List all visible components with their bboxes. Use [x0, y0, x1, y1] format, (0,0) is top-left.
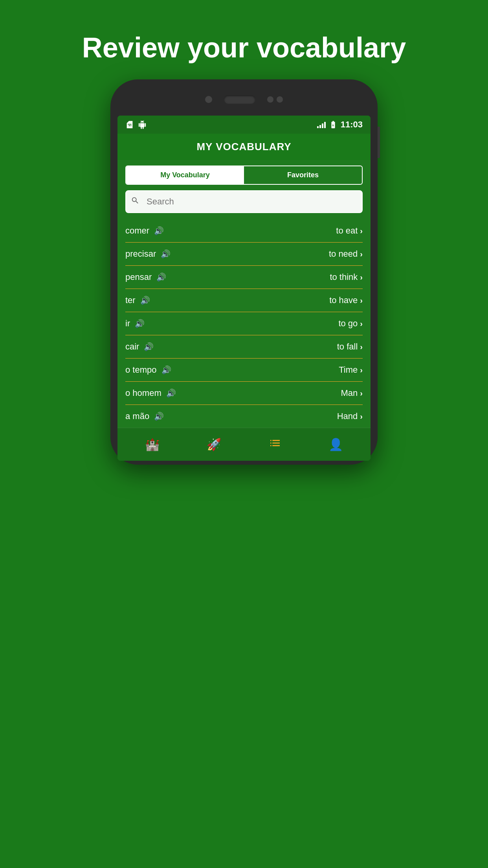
vocab-translation-6: Time [339, 365, 358, 375]
vocab-translation-3: to have [329, 295, 358, 305]
chevron-icon-0: › [360, 226, 363, 235]
vocab-item-5[interactable]: cair 🔊 to fall › [125, 335, 363, 359]
page-title: Review your vocabulary [59, 31, 429, 64]
sound-icon-6[interactable]: 🔊 [161, 365, 171, 375]
vocab-word-7: o homem [125, 388, 161, 398]
vocab-word-4: ir [125, 318, 130, 329]
sound-icon-4[interactable]: 🔊 [135, 319, 145, 328]
phone-screen: 11:03 MY VOCABULARY My Vocabulary Favori… [117, 116, 371, 461]
phone-shell: 11:03 MY VOCABULARY My Vocabulary Favori… [110, 79, 378, 465]
vocab-item-0[interactable]: comer 🔊 to eat › [125, 219, 363, 243]
chevron-icon-2: › [360, 273, 363, 282]
vocab-item-6[interactable]: o tempo 🔊 Time › [125, 359, 363, 382]
chevron-icon-3: › [360, 296, 363, 305]
vocab-right-3: to have › [329, 295, 363, 305]
vocab-right-7: Man › [341, 388, 363, 398]
vocab-translation-1: to need [329, 249, 358, 259]
app-header: MY VOCABULARY [117, 134, 371, 160]
vocab-item-2[interactable]: pensar 🔊 to think › [125, 266, 363, 289]
sound-icon-1[interactable]: 🔊 [161, 249, 171, 259]
battery-icon [329, 120, 338, 129]
list-icon [269, 437, 281, 452]
phone-sensors [267, 96, 283, 103]
vocab-item-8[interactable]: a mão 🔊 Hand › [125, 405, 363, 428]
bottom-nav: 🏰 🚀 👤 [117, 428, 371, 461]
sound-icon-0[interactable]: 🔊 [154, 226, 164, 235]
vocab-left-3: ter 🔊 [125, 295, 150, 305]
vocab-left-7: o homem 🔊 [125, 388, 176, 398]
chevron-icon-4: › [360, 319, 363, 328]
search-input[interactable] [125, 190, 363, 213]
vocab-item-4[interactable]: ir 🔊 to go › [125, 312, 363, 335]
vocab-word-2: pensar [125, 272, 152, 282]
vocab-word-6: o tempo [125, 365, 157, 375]
vocabulary-list: comer 🔊 to eat › precisar 🔊 to need › [117, 219, 371, 428]
sim-card-icon [125, 120, 134, 129]
vocab-word-1: precisar [125, 249, 156, 259]
vocab-left-1: precisar 🔊 [125, 249, 171, 259]
vocab-right-4: to go › [338, 318, 363, 329]
vocab-left-6: o tempo 🔊 [125, 365, 171, 375]
chevron-icon-8: › [360, 412, 363, 421]
vocab-translation-7: Man [341, 388, 358, 398]
vocab-translation-0: to eat [336, 226, 358, 236]
vocab-translation-2: to think [330, 272, 358, 282]
sound-icon-5[interactable]: 🔊 [144, 342, 154, 351]
home-castle-icon: 🏰 [145, 438, 160, 451]
vocab-translation-8: Hand [337, 411, 358, 421]
vocab-right-5: to fall › [337, 342, 363, 352]
search-icon [131, 196, 139, 207]
chevron-icon-5: › [360, 342, 363, 351]
nav-item-profile[interactable]: 👤 [321, 435, 351, 454]
tabs-container: My Vocabulary Favorites [125, 166, 363, 185]
vocab-right-0: to eat › [336, 226, 363, 236]
signal-icon [317, 121, 326, 128]
vocab-left-4: ir 🔊 [125, 318, 145, 329]
front-camera [205, 96, 212, 103]
vocab-word-5: cair [125, 342, 139, 352]
tab-favorites[interactable]: Favorites [244, 166, 362, 184]
vocab-translation-4: to go [338, 318, 358, 329]
sensor-dot-1 [267, 96, 273, 103]
vocab-item-1[interactable]: precisar 🔊 to need › [125, 243, 363, 266]
phone-top-bar [117, 91, 371, 108]
status-left-icons [125, 120, 147, 129]
status-time: 11:03 [341, 120, 363, 130]
vocab-word-8: a mão [125, 411, 149, 421]
vocab-left-8: a mão 🔊 [125, 411, 164, 421]
vocab-right-1: to need › [329, 249, 363, 259]
vocab-right-6: Time › [339, 365, 363, 375]
vocab-left-2: pensar 🔊 [125, 272, 166, 282]
vocab-left-5: cair 🔊 [125, 342, 154, 352]
tab-my-vocabulary[interactable]: My Vocabulary [126, 166, 244, 184]
sound-icon-2[interactable]: 🔊 [156, 272, 166, 282]
android-icon [138, 120, 147, 129]
chevron-icon-1: › [360, 250, 363, 259]
vocab-right-2: to think › [330, 272, 363, 282]
vocab-item-7[interactable]: o homem 🔊 Man › [125, 382, 363, 405]
phone-speaker [224, 95, 255, 104]
vocab-left-0: comer 🔊 [125, 226, 164, 236]
vocab-item-3[interactable]: ter 🔊 to have › [125, 289, 363, 312]
vocab-translation-5: to fall [337, 342, 358, 352]
vocab-word-0: comer [125, 226, 149, 236]
sound-icon-3[interactable]: 🔊 [140, 296, 150, 305]
app-title: MY VOCABULARY [125, 141, 363, 153]
chevron-icon-7: › [360, 389, 363, 398]
sound-icon-7[interactable]: 🔊 [166, 388, 176, 398]
nav-item-home[interactable]: 🏰 [137, 435, 167, 454]
sound-icon-8[interactable]: 🔊 [154, 412, 164, 421]
search-container [125, 190, 363, 213]
chevron-icon-6: › [360, 366, 363, 375]
profile-icon: 👤 [328, 438, 343, 451]
nav-item-rocket[interactable]: 🚀 [199, 435, 229, 454]
vocab-word-3: ter [125, 295, 136, 305]
nav-item-list[interactable] [261, 434, 289, 454]
status-right: 11:03 [317, 120, 363, 130]
rocket-icon: 🚀 [207, 438, 221, 451]
vocab-right-8: Hand › [337, 411, 363, 421]
sensor-dot-2 [277, 96, 283, 103]
status-bar: 11:03 [117, 116, 371, 134]
